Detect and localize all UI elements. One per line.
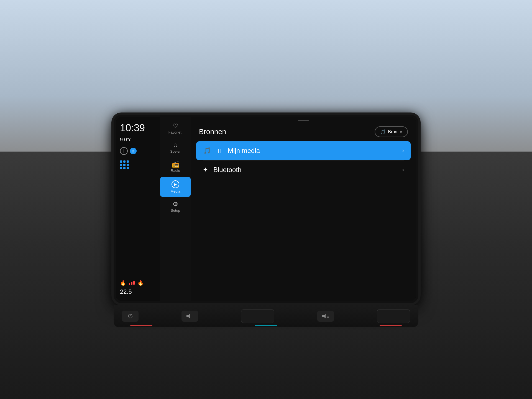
grid-dot	[127, 167, 129, 169]
media-source-icon: 🎵	[203, 147, 211, 154]
time-display: 10:39	[120, 122, 156, 134]
grid-dot	[127, 160, 129, 163]
sidebar-item-favoriet[interactable]: ♡ Favoriet.	[160, 120, 191, 138]
grid-dot	[120, 167, 122, 169]
source-selector-button[interactable]: 🎵 Bron ∨	[375, 126, 408, 137]
play-circle-icon: ▶	[172, 180, 179, 188]
volume-knob[interactable]	[241, 309, 274, 323]
outside-temperature: 9.0°c	[120, 137, 156, 143]
radio-icon: 📻	[172, 161, 179, 167]
grid-dot	[123, 160, 126, 163]
heat-dot-3	[133, 281, 135, 285]
heat-dot-1	[129, 283, 130, 285]
sidebar-item-label: Favoriet.	[168, 130, 183, 134]
grid-dot	[120, 164, 122, 166]
globe-icon	[120, 147, 128, 155]
infotainment-screen: 10:39 9.0°c 2	[116, 117, 416, 301]
volume-down-button[interactable]	[181, 311, 198, 322]
menu-item-label: Bluetooth	[213, 166, 397, 174]
sources-menu-list: 🎵 ⏸ Mijn media › ✦ Bluetooth ›	[191, 141, 416, 179]
left-seat-heat-icon[interactable]: 🔥	[120, 280, 126, 286]
sidebar-item-media[interactable]: ▶ Media	[160, 177, 191, 197]
car-scene: 10:39 9.0°c 2	[0, 0, 532, 399]
page-title: Bronnen	[199, 127, 226, 136]
right-indicator-line	[380, 325, 402, 326]
sidebar-item-label: Speler	[170, 149, 181, 154]
bluetooth-icon: ✦	[203, 166, 208, 173]
menu-item-mijn-media[interactable]: 🎵 ⏸ Mijn media ›	[196, 141, 411, 160]
grid-dot	[120, 160, 122, 163]
svg-marker-2	[186, 314, 190, 318]
sidebar-item-label: Setup	[171, 208, 180, 213]
pause-icon: ⏸	[217, 148, 222, 154]
heat-level-indicator	[129, 281, 135, 285]
right-knob[interactable]	[377, 309, 410, 323]
power-button[interactable]	[122, 311, 139, 322]
grid-dot	[127, 164, 129, 166]
physical-button-bar	[114, 305, 418, 327]
volume-up-button[interactable]	[317, 311, 334, 322]
apps-grid-icon[interactable]	[120, 160, 156, 169]
svg-marker-3	[322, 314, 326, 318]
heart-icon: ♡	[173, 123, 178, 129]
chevron-down-icon: ∨	[400, 130, 402, 134]
status-panel: 10:39 9.0°c 2	[116, 117, 160, 301]
main-content: Bronnen 🎵 Bron ∨ 🎵 ⏸ Mijn media ›	[191, 117, 416, 301]
chevron-right-icon: ›	[402, 147, 404, 154]
menu-item-bluetooth[interactable]: ✦ Bluetooth ›	[196, 160, 411, 179]
source-button-label: Bron	[388, 129, 397, 134]
left-indicator-line	[130, 325, 152, 326]
chevron-right-icon: ›	[402, 166, 404, 173]
sidebar-item-label: Radio	[171, 168, 180, 173]
sidebar-item-speler[interactable]: ♫ Speler	[160, 139, 191, 157]
sidebar-item-setup[interactable]: ⚙ Setup	[160, 198, 191, 216]
sidebar-item-radio[interactable]: 📻 Radio	[160, 158, 191, 176]
center-indicator-line	[255, 325, 277, 326]
sidebar-item-label: Media	[170, 189, 180, 193]
right-seat-heat-icon[interactable]: 🔥	[137, 280, 144, 286]
cabin-temperature: 22.5	[120, 288, 156, 295]
seat-heat-controls: 🔥 🔥	[120, 280, 156, 286]
music-note-icon: ♫	[173, 142, 178, 148]
grid-dot	[123, 167, 126, 169]
status-icons: 2	[120, 147, 156, 155]
menu-item-label: Mijn media	[228, 147, 397, 155]
grid-dot	[123, 164, 126, 166]
climate-section: 🔥 🔥 22.5	[120, 280, 156, 295]
content-header: Bronnen 🎵 Bron ∨	[191, 121, 416, 141]
gear-icon: ⚙	[173, 201, 178, 207]
heat-dot-2	[131, 282, 132, 285]
source-music-icon: 🎵	[380, 129, 386, 134]
nav-sidebar: ♡ Favoriet. ♫ Speler 📻 Radio ▶ Media ⚙	[160, 117, 191, 301]
notification-badge[interactable]: 2	[130, 148, 137, 154]
screen-bezel: 10:39 9.0°c 2	[114, 115, 418, 303]
